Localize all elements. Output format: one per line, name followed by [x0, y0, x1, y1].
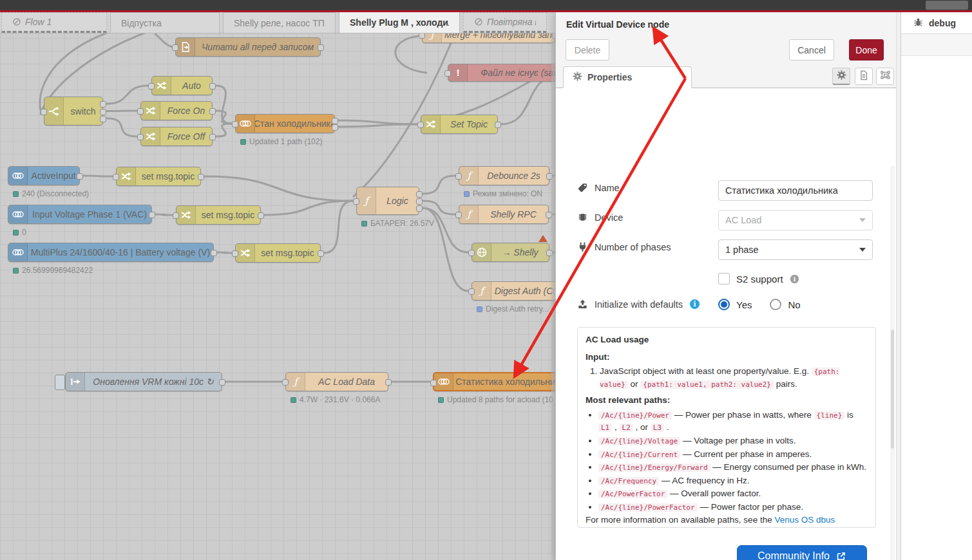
flow-node-smt3[interactable]: set msg.topic — [235, 243, 321, 263]
inject-button[interactable] — [55, 375, 65, 390]
flow-node-digest[interactable]: ƒ Digest Auth (C — [472, 281, 555, 301]
output-port[interactable] — [332, 118, 338, 124]
flow-tab-5[interactable]: Повітряна тр — [463, 12, 547, 33]
done-button[interactable]: Done — [849, 39, 884, 61]
input-port[interactable] — [232, 250, 238, 257]
community-info-button[interactable]: Community Info — [737, 545, 867, 560]
flow-tab-4[interactable]: Shelly Plug M , холодил — [339, 12, 460, 33]
flow-node-activeinput[interactable]: ActiveInput — [8, 166, 80, 185]
output-port[interactable] — [416, 198, 423, 205]
input-port[interactable] — [455, 212, 462, 218]
plug-icon — [577, 241, 588, 252]
output-port[interactable] — [332, 124, 338, 131]
s2-support-checkbox[interactable] — [718, 273, 730, 285]
init-defaults-options: Yes No — [718, 299, 801, 310]
input-port[interactable] — [417, 122, 424, 128]
input-port[interactable] — [41, 109, 47, 115]
input-port[interactable] — [173, 212, 179, 219]
output-port[interactable] — [385, 379, 392, 386]
flow-node-multiplus[interactable]: MultiPlus 24/1600/40-16 | Battery voltag… — [8, 243, 214, 262]
input-port[interactable] — [148, 83, 155, 89]
flow-node-auto[interactable]: Auto — [151, 76, 213, 95]
input-port[interactable] — [455, 173, 462, 180]
delete-button[interactable]: Delete — [566, 39, 609, 61]
flow-canvas[interactable]: Читати all перед записомƒ Merge + підгот… — [0, 12, 555, 560]
deploy-button[interactable] — [926, 1, 968, 10]
appearance-view-button[interactable] — [876, 68, 894, 85]
info-icon[interactable]: i — [790, 274, 799, 284]
phases-field-row: Number of phases — [577, 241, 671, 252]
gear-icon — [837, 70, 846, 82]
properties-view-button[interactable] — [832, 68, 850, 85]
output-port[interactable] — [209, 83, 216, 89]
input-port[interactable] — [232, 121, 238, 127]
input-port[interactable] — [468, 250, 475, 256]
input-port[interactable] — [113, 174, 119, 180]
output-port[interactable] — [219, 379, 225, 386]
input-port[interactable] — [172, 44, 178, 51]
flow-node-acload[interactable]: ƒ AC Load Data — [285, 372, 388, 391]
output-port[interactable] — [416, 205, 423, 212]
flow-node-forceoff[interactable]: Force Off — [140, 127, 213, 146]
description-view-button[interactable] — [855, 68, 873, 85]
phases-select[interactable]: 1 phase — [718, 239, 873, 260]
node-label: set msg.topic — [136, 167, 200, 185]
input-port[interactable] — [137, 134, 144, 140]
input-port[interactable] — [468, 288, 475, 295]
flow-node-inject[interactable]: Оновлення VRM кожні 10с ↻ — [65, 372, 222, 391]
output-port[interactable] — [318, 44, 324, 51]
flow-tab-1[interactable]: Flow 1 — [1, 12, 107, 33]
flow-node-smt2[interactable]: set msg.topic — [176, 205, 261, 225]
input-port[interactable] — [430, 380, 437, 386]
node-status: 240 (Disconnected) — [13, 189, 89, 198]
output-port[interactable] — [100, 116, 106, 122]
input-port[interactable] — [137, 108, 144, 115]
name-input[interactable] — [718, 180, 873, 201]
flow-node-chitaty[interactable]: Читати all перед записом — [175, 37, 321, 57]
cancel-button[interactable]: Cancel — [789, 39, 834, 61]
input-port[interactable] — [444, 70, 451, 77]
flow-node-debounce[interactable]: ƒ Debounce 2s — [459, 166, 549, 185]
output-port[interactable] — [198, 174, 204, 180]
flow-node-smt1[interactable]: set msg.topic — [116, 167, 201, 186]
panel-splitter[interactable] — [896, 12, 901, 560]
flow-node-inputvoltage[interactable]: Input Voltage Phase 1 (VAC) — [8, 205, 152, 224]
flow-node-toshelly[interactable]: → Shelly — [472, 243, 549, 262]
output-port[interactable] — [318, 250, 324, 257]
flow-tab-2[interactable]: Відпустка — [110, 12, 220, 33]
flow-node-shellyrpc[interactable]: ƒ Shelly RPC — [459, 205, 549, 224]
flow-node-logic[interactable]: ƒ Logic — [356, 187, 419, 215]
output-port[interactable] — [209, 108, 216, 115]
output-port[interactable] — [209, 134, 216, 140]
output-port[interactable] — [416, 191, 423, 198]
input-port[interactable] — [353, 198, 359, 205]
output-port[interactable] — [100, 109, 106, 115]
flow-node-switch[interactable]: switch — [44, 97, 103, 126]
help-link[interactable]: Venus OS dbus specification — [586, 515, 835, 528]
output-port[interactable] — [77, 173, 83, 180]
flow-node-stan[interactable]: Стан холодильника — [235, 114, 335, 133]
init-defaults-label: Initialize with defaults — [595, 299, 683, 310]
flow-tab-3[interactable]: Shelly реле, насос ТП — [223, 12, 336, 33]
output-port[interactable] — [495, 122, 501, 128]
output-port[interactable] — [258, 212, 264, 219]
flow-node-filemiss[interactable]: ! Файл не існує (save — [448, 64, 555, 82]
output-port[interactable] — [100, 101, 106, 107]
debug-tab[interactable]: debug — [901, 12, 972, 34]
output-port[interactable] — [211, 250, 217, 256]
radio-yes[interactable] — [718, 299, 730, 310]
info-icon[interactable]: i — [689, 299, 700, 310]
flow-node-forceon[interactable]: Force On — [140, 101, 213, 120]
svg-text:ƒ: ƒ — [478, 285, 486, 297]
node-label: Force Off — [160, 127, 212, 145]
edit-node-dialog: Edit Virtual Device node Delete Cancel D… — [555, 12, 896, 560]
input-port[interactable] — [282, 379, 289, 386]
flow-node-settopic[interactable]: Set Topic — [421, 115, 498, 134]
tab-properties[interactable]: Properties — [563, 66, 692, 88]
radio-no[interactable] — [770, 299, 781, 310]
output-port[interactable] — [149, 212, 155, 218]
frame-icon — [880, 70, 891, 83]
dialog-scrollbar[interactable] — [890, 165, 895, 560]
flow-node-statistika[interactable]: Статистика холодильни — [433, 372, 555, 391]
help-path-item: /Ac/{line}/Current — Current per phase i… — [598, 448, 868, 461]
